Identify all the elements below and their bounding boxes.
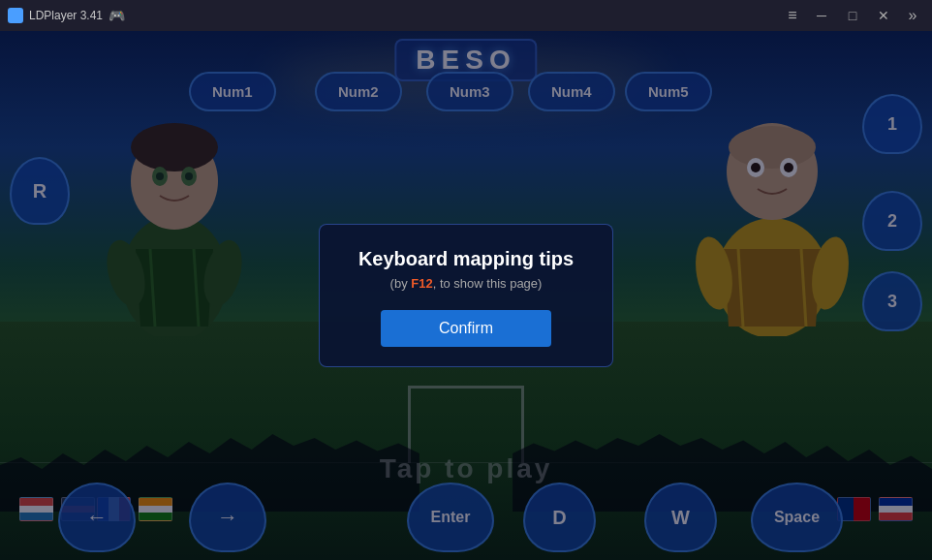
keyboard-tips-modal: Keyboard mapping tips (by F12, to show t… [319, 224, 613, 367]
menu-button[interactable]: ≡ [781, 4, 804, 27]
titlebar: LDPlayer 3.41 🎮 ≡ ─ □ ✕ » [0, 0, 932, 31]
titlebar-left: LDPlayer 3.41 🎮 [8, 8, 125, 23]
modal-subtitle-prefix: (by [390, 276, 412, 291]
maximize-button[interactable]: □ [839, 4, 866, 27]
titlebar-title: LDPlayer 3.41 [29, 9, 103, 22]
confirm-button[interactable]: Confirm [381, 310, 551, 347]
modal-overlay: Keyboard mapping tips (by F12, to show t… [0, 31, 932, 560]
game-area: BESO Tap to play Num1 Num2 Num3 Num4 Num… [0, 31, 932, 560]
modal-subtitle: (by F12, to show this page) [358, 276, 574, 291]
close-button[interactable]: ✕ [870, 4, 897, 27]
controller-icon: 🎮 [109, 8, 125, 23]
modal-subtitle-suffix: , to show this page) [433, 276, 543, 291]
titlebar-controls: ≡ ─ □ ✕ » [781, 4, 924, 27]
modal-title: Keyboard mapping tips [358, 248, 574, 270]
minimize-button[interactable]: ─ [808, 4, 835, 27]
modal-f12-key: F12 [411, 276, 432, 291]
ldplayer-logo-icon [8, 8, 23, 23]
more-button[interactable]: » [901, 4, 924, 27]
